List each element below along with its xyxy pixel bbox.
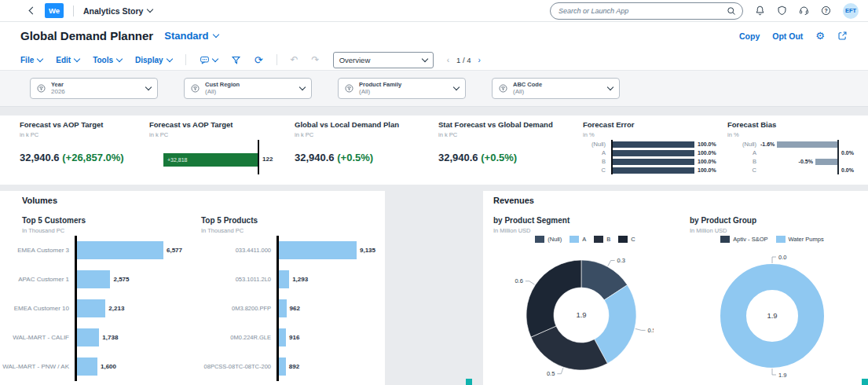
bar[interactable] — [278, 358, 286, 376]
chevron-down-icon — [145, 84, 152, 90]
back-icon[interactable] — [30, 8, 35, 13]
legend-swatch — [535, 236, 544, 243]
page-view-select[interactable]: Overview — [333, 52, 434, 68]
lane-resize-handle[interactable] — [466, 379, 472, 385]
share-export-icon[interactable] — [837, 31, 848, 41]
filter-abc-code[interactable]: ABC Code(All) — [492, 78, 620, 99]
filter-value: 2026 — [51, 88, 65, 95]
menu-tools[interactable]: Tools — [93, 56, 122, 64]
bar-row: C0.0% — [727, 166, 868, 174]
category-label: B — [583, 158, 611, 165]
bar[interactable] — [278, 270, 289, 288]
next-page-icon[interactable]: › — [478, 56, 481, 64]
zero-axis-line — [837, 140, 839, 174]
bar[interactable] — [76, 299, 105, 317]
bullet-bar[interactable]: +32,818 — [163, 153, 258, 167]
category-label: WAL-MART - PNW / AK — [0, 363, 75, 370]
kpi-forecast-vs-aop-bullet[interactable]: Forecast vs AOP Target in k PC +32,818 1… — [149, 116, 295, 185]
legend-item[interactable]: Water Pumps — [776, 236, 824, 243]
story-canvas: Forecast vs AOP Target in k PC 32,940.6 … — [0, 107, 868, 385]
menu-display[interactable]: Display — [135, 56, 172, 64]
bar[interactable] — [613, 150, 694, 156]
filter-funnel-icon[interactable] — [231, 55, 241, 65]
bar[interactable] — [76, 241, 163, 259]
filter-year[interactable]: Year2026 — [30, 78, 158, 99]
bar-row: APAC Customer 12,575 — [0, 265, 192, 294]
section-title: Revenues — [493, 196, 534, 205]
opt-out-button[interactable]: Opt Out — [772, 31, 803, 41]
app-logo[interactable]: We — [45, 3, 64, 18]
value-label: -1.6% — [760, 141, 775, 147]
filter-product-family[interactable]: Product Family(All) — [338, 78, 466, 99]
kpi-forecast-bias[interactable]: Forecast Bias in % (Null)-1.6%A0.0%B-0.5… — [727, 116, 868, 185]
chevron-down-icon — [37, 55, 43, 61]
bar[interactable] — [76, 328, 99, 346]
category-label: APAC Customer 1 — [0, 276, 75, 283]
bar[interactable] — [613, 167, 694, 174]
filter-token-icon — [345, 84, 353, 93]
top5-customers-chart: EMEA Customer 36,577APAC Customer 12,575… — [0, 236, 192, 381]
hamburger-menu-icon[interactable] — [9, 6, 20, 14]
shield-icon[interactable] — [777, 6, 787, 16]
page-indicator: 1 / 4 — [456, 56, 471, 64]
value-label: 1,293 — [292, 276, 308, 283]
category-label: WAL-MART - CALIF — [0, 334, 75, 341]
redo-icon[interactable]: ↷ — [312, 55, 320, 64]
prev-page-icon[interactable]: ‹ — [447, 56, 449, 64]
legend-item[interactable]: (Null) — [535, 236, 562, 243]
bar[interactable] — [613, 141, 694, 148]
bar[interactable] — [613, 159, 694, 165]
search-input[interactable] — [557, 6, 727, 16]
global-search[interactable] — [550, 2, 743, 20]
product-group-donut[interactable]: 0.01.91.9 — [703, 247, 841, 385]
bar[interactable] — [777, 141, 837, 148]
page-navigator: ‹ 1 / 4 › — [447, 56, 481, 64]
refresh-icon[interactable]: ⟳ — [255, 55, 263, 65]
lane-resize-handle[interactable] — [862, 379, 868, 385]
headset-support-icon[interactable] — [799, 6, 809, 16]
user-avatar[interactable]: EFT — [843, 3, 859, 19]
search-icon[interactable] — [727, 6, 736, 16]
bar-row: B-0.5% — [727, 157, 868, 166]
product-segment-donut[interactable]: 0.30.50.50.61.9 — [509, 243, 654, 385]
legend-item[interactable]: C — [618, 236, 635, 243]
filter-cust-region[interactable]: Cust Region(All) — [184, 78, 312, 99]
settings-gear-icon[interactable]: ⚙ — [815, 31, 825, 41]
kpi-forecast-vs-aop[interactable]: Forecast vs AOP Target in k PC 32,940.6 … — [20, 116, 149, 185]
bar[interactable] — [76, 270, 110, 288]
variant-selector[interactable]: Standard — [164, 30, 218, 42]
bar[interactable] — [278, 299, 287, 317]
kpi-stat-vs-global[interactable]: Stat Forecast vs Global Demand in k PC 3… — [438, 116, 578, 185]
legend-item[interactable]: Aptiv - S&OP — [720, 236, 767, 243]
bar[interactable] — [278, 241, 357, 259]
legend-swatch — [720, 236, 730, 243]
help-icon[interactable]: ? — [821, 6, 831, 16]
value-label: 100.0% — [698, 141, 716, 147]
kpi-forecast-error[interactable]: Forecast Error in % (Null)100.0%A100.0%B… — [583, 116, 724, 185]
kpi-global-vs-local[interactable]: Global vs Local Demand Plan in k PC 32,9… — [295, 116, 434, 185]
page-title: Global Demand Planner — [20, 29, 153, 42]
bar-row: C100.0% — [583, 166, 724, 174]
bar-row: WAL-MART - CALIF1,738 — [0, 323, 192, 352]
menu-file[interactable]: File — [20, 56, 42, 64]
copy-button[interactable]: Copy — [739, 31, 760, 41]
value-label: 1,738 — [102, 334, 118, 341]
app-title-menu[interactable]: Analytics Story — [83, 6, 152, 16]
bar[interactable] — [815, 159, 837, 165]
comment-icon[interactable] — [200, 55, 218, 65]
legend-label: Water Pumps — [789, 236, 824, 243]
notifications-bell-icon[interactable] — [755, 6, 765, 16]
bar-row: 033.4411.0009,135 — [192, 236, 385, 265]
legend-item[interactable]: B — [594, 236, 610, 243]
story-toolbar: File Edit Tools Display ⟳ ↶ ↷ Overview ‹… — [0, 50, 868, 70]
bar-row: A0.0% — [727, 148, 868, 157]
undo-icon[interactable]: ↶ — [291, 55, 298, 64]
legend-swatch — [570, 236, 579, 243]
value-label: 100.0% — [698, 167, 716, 173]
bar[interactable] — [278, 328, 286, 346]
legend-item[interactable]: A — [570, 236, 586, 243]
bar-row: (Null)100.0% — [583, 140, 724, 148]
legend-swatch — [776, 236, 786, 243]
menu-edit[interactable]: Edit — [56, 56, 79, 64]
bar[interactable] — [76, 358, 97, 376]
